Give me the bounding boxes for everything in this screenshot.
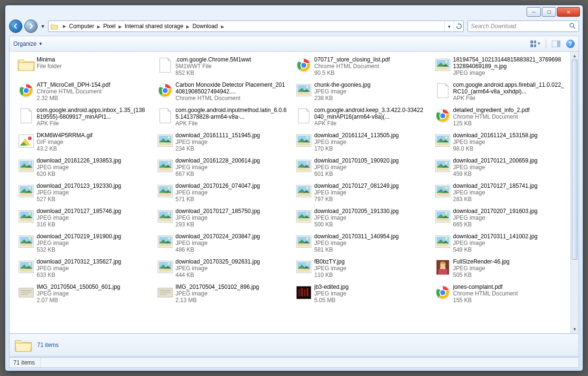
file-type: JPEG image [453,265,565,272]
file-item[interactable]: fB0bzTY.jpgJPEG image110 KB [292,256,427,280]
file-item[interactable]: chunk-the-goonies.jpgJPEG image238 KB [292,80,427,103]
folder-icon [14,337,32,353]
file-item[interactable]: com.google.android.inputmethod.latin_6.0… [153,105,289,128]
file-item[interactable]: download_20170207_191603.jpgJPEG image66… [431,206,566,229]
organize-menu[interactable]: Organize ▼ [13,41,43,47]
scroll-thumb[interactable] [572,60,578,260]
breadcrumb-segment[interactable]: Computer [68,23,95,30]
file-list[interactable]: MinimaFile folder.com.google.Chrome.5M1w… [10,51,570,333]
chevron-right-icon[interactable]: ▶ [184,24,191,29]
help-button[interactable]: ? [566,40,575,48]
refresh-button[interactable] [454,21,463,31]
breadcrumb-segment[interactable]: Download [191,23,219,30]
file-item[interactable]: jones-complaint.pdfChrome HTML Document1… [431,282,566,305]
file-item[interactable]: download_20170105_190920.jpgJPEG image60… [292,155,427,179]
image-icon [293,182,314,201]
file-name: Carbon Monoxide Detector Placement_20140… [176,81,287,95]
file-item[interactable]: download_20161124_113505.jpgJPEG image17… [292,130,427,153]
file-item[interactable]: download_20170126_074047.jpgJPEG image57… [153,181,289,204]
file-item[interactable]: com.google.android.apps.inbox_1.35_(1388… [14,105,149,128]
file-item[interactable]: download_20170311_140954.jpgJPEG image58… [292,231,427,254]
search-input[interactable]: Search Download [468,20,579,32]
file-type: JPEG image [176,164,287,171]
file-item[interactable]: com.google.android.keep_3.3.422.0-334220… [292,105,427,128]
scroll-up-button[interactable]: ▲ [571,51,578,60]
chrome-icon [16,81,37,100]
address-bar[interactable]: ▶ Computer▶Pixel▶Internal shared storage… [48,20,464,32]
file-size: 527 KB [37,196,148,203]
file-type: JPEG image [176,214,287,221]
file-item[interactable]: download_20170219_191900.jpgJPEG image53… [14,231,149,254]
file-size: 620 KB [37,171,148,177]
chevron-right-icon[interactable]: ▶ [95,24,102,29]
history-dropdown[interactable]: ▾ [40,21,46,31]
vertical-scrollbar[interactable]: ▲ ▼ [570,51,578,333]
chrome-icon [293,56,314,75]
file-item[interactable]: download_20170205_191330.jpgJPEG image50… [292,206,427,229]
address-dropdown[interactable]: ▾ [444,21,454,31]
breadcrumb-segment[interactable]: Pixel [102,23,117,30]
file-item[interactable]: com.google.android.apps.fireball_11.0.02… [431,80,566,103]
blank-icon [155,106,176,125]
image-icon [293,207,314,226]
scroll-down-button[interactable]: ▼ [571,325,578,333]
file-item[interactable]: Carbon Monoxide Detector Placement_20140… [153,80,289,103]
file-name: download_20170121_200659.jpg [453,157,565,164]
file-type: GIF image [37,139,148,145]
file-item[interactable]: download_20170127_081249.jpgJPEG image79… [292,181,427,204]
file-item[interactable]: detailed_ingredient_info_2.pdfChrome HTM… [431,105,566,128]
file-size: 459 KB [453,171,565,177]
file-size: 444 KB [176,272,287,278]
file-item[interactable]: 18194754_10213144815883821_3769698132894… [431,54,566,78]
back-button[interactable] [9,20,22,33]
file-item[interactable]: DKM6W4P5RRMA.gifGIF image43.2 KB [14,130,149,153]
file-size: 155 KB [453,297,565,304]
file-item[interactable]: jb3-edited.jpgJPEG image5.05 MB [292,282,427,305]
file-item[interactable]: .com.google.Chrome.5M1wwt5M1WWT File852 … [153,54,289,78]
file-item[interactable]: download_20161226_193853.jpgJPEG image62… [14,155,149,179]
file-type: Chrome HTML Document [37,88,148,95]
file-item[interactable]: IMG_20170504_150102_896.jpgJPEG image2.1… [153,282,289,305]
file-name: download_20170123_192330.jpg [37,183,148,189]
chevron-right-icon[interactable]: ▶ [61,24,68,29]
chevron-right-icon[interactable]: ▶ [219,24,226,29]
chevron-right-icon[interactable]: ▶ [117,24,124,29]
file-item[interactable]: download_20170224_203847.jpgJPEG image48… [153,231,289,254]
file-item[interactable]: IMG_20170504_150050_601.jpgJPEG image2.0… [14,282,149,305]
forward-button[interactable] [24,20,38,33]
maximize-button[interactable]: ☐ [542,7,556,17]
close-button[interactable]: ✕ [557,7,580,17]
preview-pane-button[interactable] [551,39,561,49]
file-size: 505 KB [453,272,565,278]
file-size: 2.13 MB [176,297,287,304]
file-item[interactable]: download_20170312_135627.jpgJPEG image63… [14,256,149,280]
image-icon [432,157,453,176]
breadcrumb-segment[interactable]: Internal shared storage [124,23,184,30]
file-name: jones-complaint.pdf [453,284,565,290]
file-type: JPEG image [453,214,565,221]
file-item[interactable]: download_20170127_185750.jpgJPEG image29… [153,206,289,229]
file-item[interactable]: MinimaFile folder [14,54,149,78]
file-item[interactable]: download_20170127_185741.jpgJPEG image28… [431,181,566,204]
file-item[interactable]: download_20170127_185746.jpgJPEG image31… [14,206,149,229]
file-item[interactable]: download_20161111_151945.jpgJPEG image23… [153,130,289,153]
file-item[interactable]: download_20161228_200614.jpgJPEG image66… [153,155,289,179]
file-item[interactable]: download_20170123_192330.jpgJPEG image52… [14,181,149,204]
file-size: 293 KB [176,221,287,228]
file-item[interactable]: download_20170311_141002.jpgJPEG image54… [431,231,566,254]
file-item[interactable]: download_20170325_092631.jpgJPEG image44… [153,256,289,280]
divider [546,39,546,49]
view-options-button[interactable]: ▼ [530,39,541,49]
file-item[interactable]: download_20170121_200659.jpgJPEG image45… [431,155,566,179]
image-icon [16,157,37,176]
blank-icon [432,81,453,100]
file-item[interactable]: ATT_MicroCell_DPH-154.pdfChrome HTML Doc… [14,80,149,103]
image-icon [16,182,37,201]
file-item[interactable]: 070717_store_closing_list.pdfChrome HTML… [292,54,427,78]
file-size: 581 KB [314,246,426,253]
minimize-button[interactable]: ─ [527,7,541,17]
file-type: JPEG image [314,240,426,246]
file-item[interactable]: download_20161124_153158.jpgJPEG image98… [431,130,566,153]
folder-icon [16,56,37,75]
file-item[interactable]: FullSizeRender-46.jpgJPEG image505 KB [431,256,566,280]
